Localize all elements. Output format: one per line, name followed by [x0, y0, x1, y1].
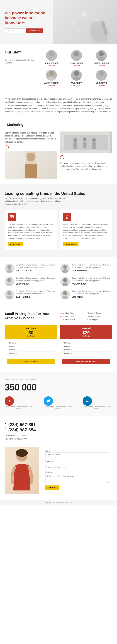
message-textarea[interactable] — [45, 474, 109, 483]
consulting-read-more-2[interactable]: READ MORE — [63, 242, 79, 246]
staff-role-4: Developer — [66, 84, 87, 86]
youtube-icon[interactable] — [5, 396, 14, 406]
svg-point-21 — [99, 71, 104, 76]
member-name-5: MIKE PERRY — [72, 296, 112, 298]
email-input[interactable] — [45, 465, 109, 469]
marketing-section: Marketing Ut enim ad minim veniam, quis … — [0, 118, 117, 184]
personal-feature-2: Feature 3 — [62, 348, 110, 352]
personal-plan-action: Proceed Annually → — [60, 357, 112, 366]
svg-point-17 — [49, 71, 54, 76]
svg-line-7 — [73, 23, 79, 31]
team-section: Sample text. Click to select the text bo… — [0, 257, 117, 306]
svg-point-44 — [63, 278, 67, 282]
team-plan-features: 15 Users Feature 2 Feature 3 Feature 4 — [5, 339, 57, 357]
team-feature-0: 15 Users — [7, 341, 55, 345]
personal-proceed-button[interactable]: Proceed Annually → — [62, 359, 110, 364]
team-member-4: Sample text. Click to select the text bo… — [5, 290, 57, 299]
marketing-office-image — [60, 132, 112, 154]
personal-plan-features: 15 Users Feature 2 Feature 3 Feature 4 — [60, 339, 112, 357]
name-label: Name — [45, 450, 109, 452]
member-text-3: Sample text. Click to select the text bo… — [72, 277, 112, 282]
marketing-left: Ut enim ad minim veniam, quis nostrud ex… — [5, 132, 57, 179]
team-card-header: For Team $0 Per Month — [5, 325, 57, 339]
member-text-4: Sample text. Click to select the text bo… — [16, 290, 57, 295]
svg-rect-31 — [83, 142, 87, 148]
phone-2: 1 (234) 987-654 — [5, 427, 112, 432]
svg-point-45 — [62, 282, 68, 286]
pricing-feature-1: Unlimited Forms — [60, 315, 86, 318]
svg-point-11 — [49, 52, 54, 56]
team-member-1: Sample text. Click to select the text bo… — [60, 264, 112, 273]
svg-point-16 — [98, 57, 105, 61]
contact-address: 121 Rock Street, 21 Avenue,New York, NY … — [5, 434, 112, 440]
consulting-card-text-2: Duis aute irure dolor in reprehenderit i… — [63, 223, 109, 240]
pricing-title: Small Pricing Plan For Your Creative Bus… — [5, 312, 57, 320]
svg-point-53 — [16, 449, 28, 457]
svg-point-48 — [63, 291, 67, 295]
svg-point-30 — [83, 138, 87, 141]
svg-line-5 — [73, 14, 85, 23]
team-member-2: Sample text. Click to select the text bo… — [5, 277, 57, 286]
submit-button[interactable]: SUBMIT — [45, 486, 59, 490]
hero-form: CONTACT US — [5, 28, 51, 33]
size-select[interactable]: size - 1 — [45, 459, 109, 463]
staff-section: Our Staff Sample text. Click to select t… — [0, 44, 117, 92]
stats-sample-text: Sample text. Click to select the Text El… — [5, 378, 112, 380]
name-input[interactable] — [45, 452, 109, 457]
pricing-header: Small Pricing Plan For Your Creative Bus… — [5, 312, 112, 321]
staff-title: Our Staff — [5, 50, 36, 54]
twitter-icon[interactable] — [44, 396, 53, 406]
team-grid: Sample text. Click to select the text bo… — [5, 264, 112, 299]
member-avatar-2 — [5, 277, 14, 286]
social-item-youtube: Sample text. Click to select the Text El… — [5, 396, 34, 410]
svg-point-37 — [66, 216, 68, 218]
linkedin-icon-text: in — [86, 399, 89, 403]
svg-point-46 — [7, 291, 11, 295]
marketing-content: Ut enim ad minim veniam, quis nostrud ex… — [5, 132, 112, 179]
stats-number: 350 000 — [5, 382, 112, 392]
pricing-section: Small Pricing Plan For Your Creative Bus… — [0, 306, 117, 372]
member-name-3: PAUL MARLOW — [72, 283, 112, 285]
consulting-card-2: Duis aute irure dolor in reprehenderit i… — [60, 210, 112, 250]
linkedin-desc: Sample text. Click to select the Text El… — [83, 406, 112, 410]
personal-card-header: Personal $29 Per Month — [60, 325, 112, 339]
personal-plan-price: $29 — [62, 330, 110, 335]
phone-1: 1 (234) 567-891 — [5, 422, 112, 427]
svg-rect-36 — [11, 217, 11, 218]
member-name-0: STELLA LARSON — [16, 270, 57, 272]
team-plan-name: For Team — [7, 327, 55, 330]
hero-cta-button[interactable]: CONTACT US — [26, 28, 43, 33]
staff-card-1: LINDA LARSON Designer — [66, 50, 87, 66]
pricing-feature-3: Free Sub-Domain — [87, 312, 113, 314]
svg-point-15 — [99, 52, 104, 56]
team-feature-2: Feature 3 — [7, 348, 55, 352]
team-member-3: Sample text. Click to select the text bo… — [60, 277, 112, 286]
svg-point-22 — [98, 76, 105, 81]
team-pricing-card: For Team $0 Per Month 15 Users Feature 2… — [5, 325, 57, 366]
staff-card-3: MARRY HUDSON Designer — [41, 70, 62, 86]
social-row: Sample text. Click to select the Text El… — [5, 396, 112, 410]
footer: Copyright. It is created by Novi Builder — [0, 500, 117, 506]
team-upload-button[interactable]: Upload Free → — [7, 359, 55, 364]
pricing-feature-0: Unlimited Pages — [60, 312, 86, 314]
form-container: Name size - 1 Message SUBMIT — [42, 447, 112, 494]
pricing-feature-5: 24/7 Support — [87, 318, 113, 321]
pricing-cards: For Team $0 Per Month 15 Users Feature 2… — [5, 325, 112, 366]
staff-avatar-0 — [46, 50, 57, 61]
svg-point-49 — [62, 296, 68, 299]
member-info-4: Sample text. Click to select the text bo… — [16, 290, 57, 298]
staff-name-0: ADAM JONSON — [41, 62, 62, 64]
team-plan-price: $0 — [7, 330, 55, 335]
linkedin-icon[interactable]: in — [83, 396, 92, 406]
staff-avatar-5 — [96, 70, 107, 81]
pricing-features-list: Unlimited Pages Free Sub-Domain Unlimite… — [60, 312, 112, 321]
address-text: 121 Rock Street, 21 Avenue,New York, NY … — [5, 434, 112, 440]
staff-avatar-1 — [71, 50, 82, 61]
svg-line-6 — [85, 14, 96, 22]
member-text-5: Sample text. Click to select the text bo… — [72, 290, 112, 295]
svg-point-41 — [62, 270, 68, 273]
consulting-read-more-1[interactable]: READ MORE — [8, 242, 23, 246]
staff-role-0: Designer — [41, 65, 62, 66]
consulting-card-1: Duis aute irure dolor in reprehenderit i… — [5, 210, 57, 250]
hero-email-input[interactable] — [5, 28, 25, 33]
